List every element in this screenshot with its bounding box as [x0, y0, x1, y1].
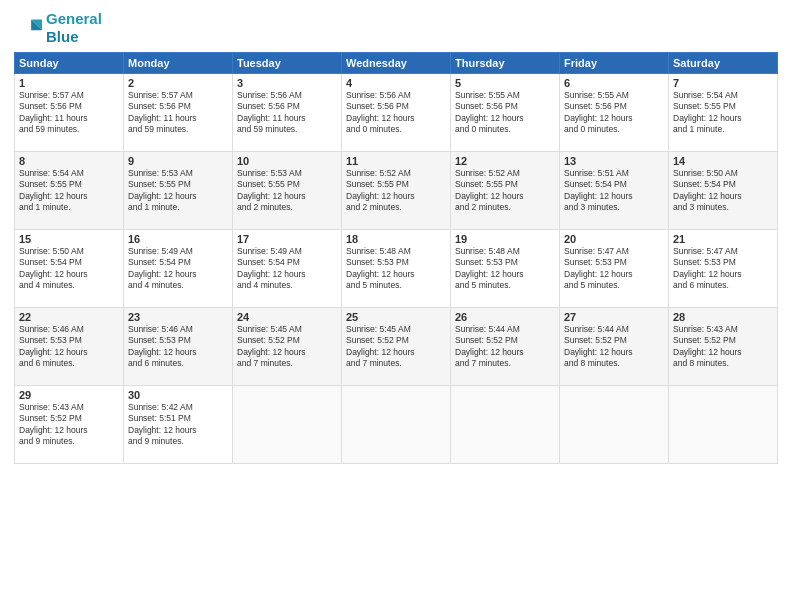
day-info: Sunrise: 5:55 AM Sunset: 5:56 PM Dayligh… — [564, 90, 664, 136]
day-info: Sunrise: 5:45 AM Sunset: 5:52 PM Dayligh… — [237, 324, 337, 370]
logo: General Blue — [14, 10, 102, 46]
calendar-cell: 2Sunrise: 5:57 AM Sunset: 5:56 PM Daylig… — [124, 74, 233, 152]
day-number: 10 — [237, 155, 337, 167]
calendar-cell: 15Sunrise: 5:50 AM Sunset: 5:54 PM Dayli… — [15, 230, 124, 308]
col-header-friday: Friday — [560, 53, 669, 74]
day-number: 29 — [19, 389, 119, 401]
calendar-table: SundayMondayTuesdayWednesdayThursdayFrid… — [14, 52, 778, 464]
page-header: General Blue — [14, 10, 778, 46]
calendar-cell: 22Sunrise: 5:46 AM Sunset: 5:53 PM Dayli… — [15, 308, 124, 386]
day-number: 5 — [455, 77, 555, 89]
day-info: Sunrise: 5:43 AM Sunset: 5:52 PM Dayligh… — [673, 324, 773, 370]
day-number: 14 — [673, 155, 773, 167]
calendar-cell: 16Sunrise: 5:49 AM Sunset: 5:54 PM Dayli… — [124, 230, 233, 308]
calendar-cell: 8Sunrise: 5:54 AM Sunset: 5:55 PM Daylig… — [15, 152, 124, 230]
calendar-cell: 23Sunrise: 5:46 AM Sunset: 5:53 PM Dayli… — [124, 308, 233, 386]
day-info: Sunrise: 5:56 AM Sunset: 5:56 PM Dayligh… — [237, 90, 337, 136]
day-number: 1 — [19, 77, 119, 89]
calendar-cell: 14Sunrise: 5:50 AM Sunset: 5:54 PM Dayli… — [669, 152, 778, 230]
calendar-cell: 29Sunrise: 5:43 AM Sunset: 5:52 PM Dayli… — [15, 386, 124, 464]
calendar-cell: 4Sunrise: 5:56 AM Sunset: 5:56 PM Daylig… — [342, 74, 451, 152]
day-number: 9 — [128, 155, 228, 167]
day-number: 26 — [455, 311, 555, 323]
day-number: 4 — [346, 77, 446, 89]
calendar-cell: 13Sunrise: 5:51 AM Sunset: 5:54 PM Dayli… — [560, 152, 669, 230]
calendar-cell: 26Sunrise: 5:44 AM Sunset: 5:52 PM Dayli… — [451, 308, 560, 386]
calendar-cell: 25Sunrise: 5:45 AM Sunset: 5:52 PM Dayli… — [342, 308, 451, 386]
day-number: 18 — [346, 233, 446, 245]
calendar-cell: 3Sunrise: 5:56 AM Sunset: 5:56 PM Daylig… — [233, 74, 342, 152]
day-number: 2 — [128, 77, 228, 89]
calendar-cell: 24Sunrise: 5:45 AM Sunset: 5:52 PM Dayli… — [233, 308, 342, 386]
calendar-cell: 19Sunrise: 5:48 AM Sunset: 5:53 PM Dayli… — [451, 230, 560, 308]
day-info: Sunrise: 5:51 AM Sunset: 5:54 PM Dayligh… — [564, 168, 664, 214]
day-info: Sunrise: 5:49 AM Sunset: 5:54 PM Dayligh… — [237, 246, 337, 292]
calendar-cell: 5Sunrise: 5:55 AM Sunset: 5:56 PM Daylig… — [451, 74, 560, 152]
calendar-cell — [233, 386, 342, 464]
col-header-thursday: Thursday — [451, 53, 560, 74]
day-info: Sunrise: 5:50 AM Sunset: 5:54 PM Dayligh… — [19, 246, 119, 292]
calendar-cell: 7Sunrise: 5:54 AM Sunset: 5:55 PM Daylig… — [669, 74, 778, 152]
day-number: 21 — [673, 233, 773, 245]
day-number: 6 — [564, 77, 664, 89]
week-row-4: 22Sunrise: 5:46 AM Sunset: 5:53 PM Dayli… — [15, 308, 778, 386]
day-info: Sunrise: 5:55 AM Sunset: 5:56 PM Dayligh… — [455, 90, 555, 136]
day-number: 19 — [455, 233, 555, 245]
calendar-cell: 12Sunrise: 5:52 AM Sunset: 5:55 PM Dayli… — [451, 152, 560, 230]
day-number: 20 — [564, 233, 664, 245]
day-info: Sunrise: 5:50 AM Sunset: 5:54 PM Dayligh… — [673, 168, 773, 214]
calendar-cell: 1Sunrise: 5:57 AM Sunset: 5:56 PM Daylig… — [15, 74, 124, 152]
day-info: Sunrise: 5:48 AM Sunset: 5:53 PM Dayligh… — [455, 246, 555, 292]
col-header-saturday: Saturday — [669, 53, 778, 74]
day-number: 30 — [128, 389, 228, 401]
calendar-cell: 10Sunrise: 5:53 AM Sunset: 5:55 PM Dayli… — [233, 152, 342, 230]
calendar-cell: 28Sunrise: 5:43 AM Sunset: 5:52 PM Dayli… — [669, 308, 778, 386]
calendar-cell: 9Sunrise: 5:53 AM Sunset: 5:55 PM Daylig… — [124, 152, 233, 230]
day-number: 27 — [564, 311, 664, 323]
day-info: Sunrise: 5:43 AM Sunset: 5:52 PM Dayligh… — [19, 402, 119, 448]
logo-icon — [14, 16, 42, 40]
day-info: Sunrise: 5:57 AM Sunset: 5:56 PM Dayligh… — [128, 90, 228, 136]
week-row-3: 15Sunrise: 5:50 AM Sunset: 5:54 PM Dayli… — [15, 230, 778, 308]
calendar-cell — [451, 386, 560, 464]
col-header-wednesday: Wednesday — [342, 53, 451, 74]
calendar-cell: 17Sunrise: 5:49 AM Sunset: 5:54 PM Dayli… — [233, 230, 342, 308]
day-number: 7 — [673, 77, 773, 89]
day-info: Sunrise: 5:44 AM Sunset: 5:52 PM Dayligh… — [564, 324, 664, 370]
calendar-cell — [669, 386, 778, 464]
day-number: 8 — [19, 155, 119, 167]
day-info: Sunrise: 5:56 AM Sunset: 5:56 PM Dayligh… — [346, 90, 446, 136]
day-info: Sunrise: 5:53 AM Sunset: 5:55 PM Dayligh… — [128, 168, 228, 214]
day-info: Sunrise: 5:46 AM Sunset: 5:53 PM Dayligh… — [128, 324, 228, 370]
week-row-5: 29Sunrise: 5:43 AM Sunset: 5:52 PM Dayli… — [15, 386, 778, 464]
day-number: 17 — [237, 233, 337, 245]
calendar-header: SundayMondayTuesdayWednesdayThursdayFrid… — [15, 53, 778, 74]
calendar-cell: 20Sunrise: 5:47 AM Sunset: 5:53 PM Dayli… — [560, 230, 669, 308]
day-info: Sunrise: 5:47 AM Sunset: 5:53 PM Dayligh… — [673, 246, 773, 292]
day-number: 25 — [346, 311, 446, 323]
day-info: Sunrise: 5:48 AM Sunset: 5:53 PM Dayligh… — [346, 246, 446, 292]
calendar-cell: 6Sunrise: 5:55 AM Sunset: 5:56 PM Daylig… — [560, 74, 669, 152]
day-info: Sunrise: 5:52 AM Sunset: 5:55 PM Dayligh… — [455, 168, 555, 214]
day-info: Sunrise: 5:45 AM Sunset: 5:52 PM Dayligh… — [346, 324, 446, 370]
col-header-sunday: Sunday — [15, 53, 124, 74]
calendar-cell: 27Sunrise: 5:44 AM Sunset: 5:52 PM Dayli… — [560, 308, 669, 386]
calendar-cell: 18Sunrise: 5:48 AM Sunset: 5:53 PM Dayli… — [342, 230, 451, 308]
day-info: Sunrise: 5:54 AM Sunset: 5:55 PM Dayligh… — [19, 168, 119, 214]
day-number: 13 — [564, 155, 664, 167]
col-header-monday: Monday — [124, 53, 233, 74]
calendar-cell: 30Sunrise: 5:42 AM Sunset: 5:51 PM Dayli… — [124, 386, 233, 464]
calendar-cell: 21Sunrise: 5:47 AM Sunset: 5:53 PM Dayli… — [669, 230, 778, 308]
calendar-cell — [342, 386, 451, 464]
day-number: 15 — [19, 233, 119, 245]
day-info: Sunrise: 5:57 AM Sunset: 5:56 PM Dayligh… — [19, 90, 119, 136]
day-number: 16 — [128, 233, 228, 245]
col-header-tuesday: Tuesday — [233, 53, 342, 74]
day-info: Sunrise: 5:46 AM Sunset: 5:53 PM Dayligh… — [19, 324, 119, 370]
day-info: Sunrise: 5:53 AM Sunset: 5:55 PM Dayligh… — [237, 168, 337, 214]
day-number: 22 — [19, 311, 119, 323]
day-info: Sunrise: 5:44 AM Sunset: 5:52 PM Dayligh… — [455, 324, 555, 370]
day-info: Sunrise: 5:49 AM Sunset: 5:54 PM Dayligh… — [128, 246, 228, 292]
calendar-cell — [560, 386, 669, 464]
day-number: 12 — [455, 155, 555, 167]
